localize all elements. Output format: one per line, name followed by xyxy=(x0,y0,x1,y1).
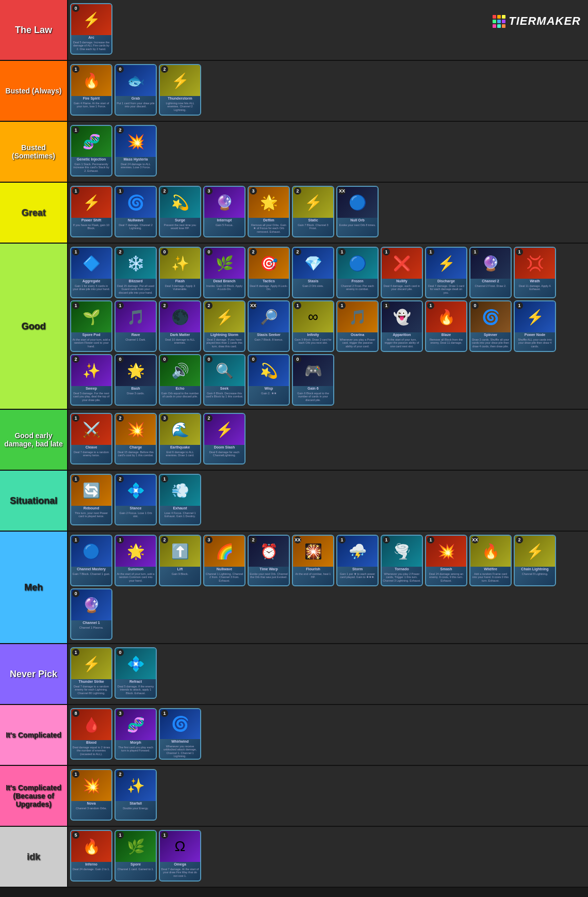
card[interactable]: 5🔥InfernoDeal 24 damage. Gain 2 to 1. xyxy=(70,830,112,882)
card[interactable]: 1🌀WhirlwindWhenever you receive unblocke… xyxy=(159,708,201,760)
card[interactable]: 2⚡Chain LightningChannel 8 Lightning. xyxy=(514,535,556,586)
card[interactable]: XX🔎Stasis SeekerGain 7 Block. 8 bonus. xyxy=(248,300,290,352)
card[interactable]: 1💢WrathDeal 11 damage. Apply A Exhaust. xyxy=(514,247,556,298)
card-description: This turn, your next Power card is playe… xyxy=(71,511,111,519)
card[interactable]: 1🎵OcarinaWhenever you play a Power card,… xyxy=(336,300,379,352)
card-name: Exhaust xyxy=(172,506,188,511)
card[interactable]: XX🔥WildfireAdd a random Frame card into … xyxy=(469,535,512,586)
card[interactable]: 1👻ApparitionAt the start of your turn, t… xyxy=(381,300,423,352)
card[interactable]: 2💫SurgePrevent the next time you would l… xyxy=(159,186,201,237)
card[interactable]: 1❌NullifyDeal 4 damage, each card in you… xyxy=(381,247,423,298)
card[interactable]: 1⚡Power NodeShuffle ALL your cards into … xyxy=(514,300,556,352)
card[interactable]: 1🌀NullwaveDeal 7 damage. Channel 2 Light… xyxy=(115,186,157,237)
card[interactable]: 1⛈️StormGain 1 per ★ to each power card … xyxy=(336,535,379,586)
tier-label-meh: Meh xyxy=(0,532,67,643)
card[interactable]: XX🔵Null OrbEvoke your next Orb 8 times. xyxy=(336,186,379,237)
tier-label-busted-always: Busted (Always) xyxy=(0,61,67,121)
card[interactable]: 0🔍SeekGain 6 Block. Decrease this card's… xyxy=(203,354,246,406)
card[interactable]: 0🎮Gain 6Gain 6 Block equal to the number… xyxy=(292,354,334,406)
card-cost: 1 xyxy=(161,831,168,839)
card[interactable]: 1🎵RaveChannel 1 Dark. xyxy=(115,300,157,352)
card[interactable]: 0🐟GrabPut 1 card from your draw pile int… xyxy=(115,64,157,116)
card[interactable]: 8🩸BloodDeal damage equal to 2 times the … xyxy=(70,708,112,760)
card-description: Deal 3 damage. If you have played less t… xyxy=(204,338,244,349)
card[interactable]: 2⚡Lightning StormDeal 3 damage. If you h… xyxy=(203,300,246,352)
card[interactable]: 2💥ChargeDeal 15 damage. Before this card… xyxy=(115,413,157,464)
tier-row-idk: idk5🔥InfernoDeal 24 damage. Gain 2 to 1.… xyxy=(0,827,588,888)
card[interactable]: 2⬆️LiftGain 9 Block. xyxy=(159,535,201,586)
card[interactable]: 1💥SmashDeal 24 damage among an enemy. It… xyxy=(425,535,467,586)
card[interactable]: 1🧬Genetic InjectionGain 1 Stack. Permane… xyxy=(70,125,112,177)
card[interactable]: 0🌀SpinnerDraw 2 cards. Shuffle all your … xyxy=(469,300,512,352)
card[interactable]: 3🌟DeflimRemove all your Orbs. Gain ★ of … xyxy=(248,186,290,237)
card-cost: 3 xyxy=(161,414,168,422)
card-name: Nullwave xyxy=(127,218,144,223)
card[interactable]: 1🔄ReboundThis turn, your next Power card… xyxy=(70,474,112,525)
card[interactable]: 0💠RefractDeal 5 damage. If the enemy int… xyxy=(115,647,157,699)
tier-cards-idk: 5🔥InfernoDeal 24 damage. Gain 2 to 1.1🌿S… xyxy=(67,827,588,887)
card[interactable]: 1🔥BlazeRemove all Block from the enemy. … xyxy=(425,300,467,352)
card[interactable]: 2❄️BlizzardDeal 15 damage. Put all used … xyxy=(115,247,157,298)
card[interactable]: 2⚡Doom SlashDeal 6 damage for each Chann… xyxy=(203,413,246,464)
card[interactable]: 0🔊EchoGain Orb equal to the number of ca… xyxy=(159,354,201,406)
card[interactable]: 1🔵FrozenChannel 2 Frost. Per each enemy … xyxy=(336,247,379,298)
card-description: Gain 6 Block. Decrease this card's Block… xyxy=(204,391,244,399)
card[interactable]: 0🔮Channel 1Channel 1 Plasma. xyxy=(70,588,112,640)
card[interactable]: 2✨StarfallDouble your Energy. xyxy=(115,769,157,821)
card[interactable]: 2✨SweepDeal 5 damage. For the next card … xyxy=(70,354,112,406)
card-description: Gain 5 Focus. xyxy=(215,223,234,228)
card[interactable]: 2⚡StaticGain 7 Block. Channel 3 Frost. xyxy=(292,186,334,237)
card-name: Arc xyxy=(87,35,95,40)
card[interactable]: 2🌑Dark MatterDeal 10 damage to ALL enemi… xyxy=(159,300,201,352)
card[interactable]: 1🌱Spore PodAt the start of your turn, ad… xyxy=(70,300,112,352)
card[interactable]: 0💫WispGain 2. ★★ xyxy=(248,354,290,406)
card[interactable]: 0🌿Dead BranchInvoke. Gain 10 Block. Appl… xyxy=(203,247,246,298)
card-description: Gain 3 Block. Draw 2 card for each Orb y… xyxy=(293,338,333,345)
card-description: Channel 2 Frost. Per each enemy in comba… xyxy=(337,284,378,292)
card[interactable]: 0⚡ArcDeal 5 damage. Increase the damage … xyxy=(70,3,112,55)
card[interactable]: 2💥Mass HysteriaDeal 24 damage to ALL ene… xyxy=(115,125,157,177)
card-name: Wisp xyxy=(264,386,274,391)
card[interactable]: 1🔷AggregateGain 1 for every 4 cards in y… xyxy=(70,247,112,298)
card[interactable]: 1⚡Thunder StrikeDeal 7 damage to a rando… xyxy=(70,647,112,699)
card[interactable]: 1🌟SummonAt the start of your turn, add a… xyxy=(115,535,157,586)
card[interactable]: 2💎StasisGain 2 Orb slots. xyxy=(292,247,334,298)
card-description: At the start of your turn, trigger the p… xyxy=(382,338,422,349)
card[interactable]: 3🧬MorphThe first card you play each turn… xyxy=(115,708,157,760)
card[interactable]: 1🌪️TornadoWhenever you play 2 Power card… xyxy=(381,535,423,586)
card-name: Infinity xyxy=(306,332,320,338)
card[interactable]: 1💨ExhaustLose 4 Focus. Channel 1 Exhaust… xyxy=(159,474,201,525)
card[interactable]: 1💥NovaChannel 3 random Orbs. xyxy=(70,769,112,821)
card-name: Spore Pod xyxy=(81,332,101,338)
card-cost: 0 xyxy=(205,248,213,255)
card[interactable]: 1ΩOmegaDeal 7 damage. At the start of yo… xyxy=(159,830,201,882)
card-description: Put 1 card from your draw pile into your… xyxy=(116,101,156,109)
card[interactable]: 1∞InfinityGain 3 Block. Draw 2 card for … xyxy=(292,300,334,352)
card[interactable]: XX🎇FlourishAt the end of combat, heal 1 … xyxy=(292,535,334,586)
card-description: Deal 7 damage. Draw 1 card for each dama… xyxy=(426,284,466,295)
card[interactable]: 1⚡DischargeDeal 7 damage. Draw 1 card fo… xyxy=(425,247,467,298)
card[interactable]: 1⚡Power ShiftIf you have no Flask, gain … xyxy=(70,186,112,237)
card[interactable]: 1⚔️CleaveDeal 7 damage to a random enemy… xyxy=(70,413,112,464)
card-cost: 1 xyxy=(427,248,434,255)
card-cost: 2 xyxy=(161,187,168,195)
card-name: Tornado xyxy=(394,567,410,572)
card[interactable]: 2⚡ThunderstormLightning now hits ALL ene… xyxy=(159,64,201,116)
card-description: Gain 2. ★★ xyxy=(260,391,277,396)
grid-cell xyxy=(493,24,496,28)
card[interactable]: 0🌟BashDraw 3 cards. xyxy=(115,354,157,406)
card[interactable]: 1🌿SporeChannel 1 card. Gained to 1. xyxy=(115,830,157,882)
card[interactable]: 0✨FlashDeal 3 damage. Apply 3 Vulnerable… xyxy=(159,247,201,298)
card[interactable]: 2💠StanceGain 2 Focus. Lose 1 Orb slot. xyxy=(115,474,157,525)
card[interactable]: 1🔵Channel MasteryGain 7 Block. Channel 1… xyxy=(70,535,112,586)
card[interactable]: 2⏰Time WarpEvoke your next Orb. Channel … xyxy=(248,535,290,586)
card-name: Fire Spirit xyxy=(82,96,101,101)
card[interactable]: 1🔥Fire SpiritGain 4 Flame. At the start … xyxy=(70,64,112,116)
card-description: Deal 7 damage to a random enemy for each… xyxy=(71,684,111,696)
card[interactable]: 3🔮InterruptGain 5 Focus. xyxy=(203,186,246,237)
card[interactable]: 1🔮Channel 2Channel 2 Frost. Draw 2. xyxy=(469,247,512,298)
card[interactable]: 3🌊EarthquakeEnd 6 damage to ALL enemies.… xyxy=(159,413,201,464)
card[interactable]: 3🌈NullwaveChannel 1 Lightning. Channel 2… xyxy=(203,535,246,586)
card[interactable]: 2🎯TacticsDeal 8 damage. Apply A Lock-On. xyxy=(248,247,290,298)
grid-cell xyxy=(497,15,501,19)
